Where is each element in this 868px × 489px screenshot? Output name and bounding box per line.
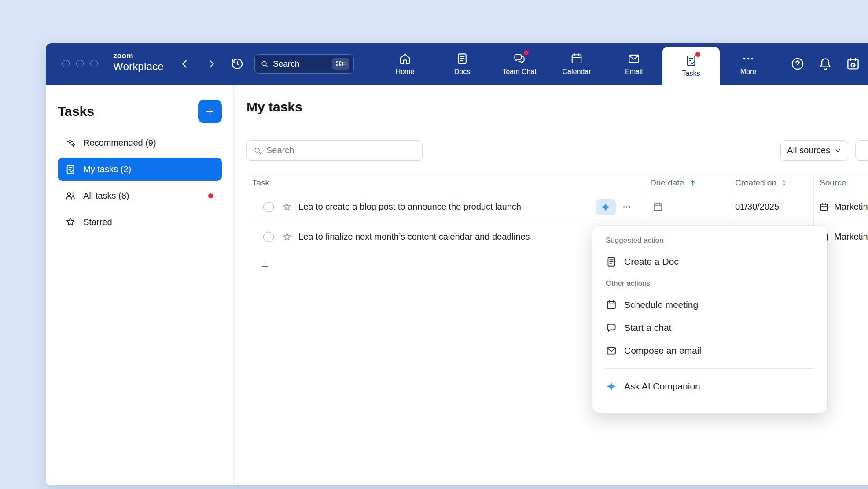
column-header-created-on[interactable]: Created on <box>729 174 813 192</box>
menu-item-label: Start a chat <box>624 322 671 333</box>
chat-bubble-icon <box>606 322 617 333</box>
sidebar-item-label: Recommended (9) <box>83 138 156 148</box>
source-calendar-icon <box>819 202 829 212</box>
created-on-value: 01/30/2025 <box>729 202 779 212</box>
star-icon[interactable] <box>282 202 292 212</box>
nav-home[interactable]: Home <box>376 43 434 85</box>
notifications-bell-icon[interactable] <box>818 56 833 71</box>
task-title[interactable]: Lea to finalize next month’s content cal… <box>298 232 530 242</box>
calendar-icon <box>606 299 617 311</box>
sidebar-item-label: Starred <box>83 217 112 227</box>
sidebar-item-my-tasks[interactable]: My tasks (2) <box>58 158 222 181</box>
sort-ascending-icon[interactable] <box>688 178 697 187</box>
history-back-icon[interactable] <box>179 58 191 70</box>
menu-item-label: Create a Doc <box>624 256 679 267</box>
tasks-notification-dot <box>695 52 700 57</box>
schedule-icon[interactable] <box>846 56 861 71</box>
menu-item-compose-email[interactable]: Compose an email <box>592 339 827 362</box>
global-search[interactable]: Search ⌘F <box>254 54 354 74</box>
menu-item-label: Ask AI Companion <box>624 381 700 392</box>
search-icon <box>260 59 269 68</box>
add-due-date-icon[interactable] <box>652 201 663 212</box>
team-chat-notification-dot <box>524 50 529 55</box>
task-search-input[interactable] <box>266 145 416 156</box>
task-complete-checkbox[interactable] <box>263 232 274 242</box>
doc-icon <box>606 256 617 267</box>
menu-item-label: Schedule meeting <box>624 300 698 310</box>
ai-companion-button[interactable] <box>596 199 616 215</box>
task-title[interactable]: Lea to create a blog post to announce th… <box>298 202 521 212</box>
source-filter-label: All sources <box>787 145 830 156</box>
suggested-actions-menu: Suggested action Create a Doc Other acti… <box>592 226 827 413</box>
column-header-due-date[interactable]: Due date <box>644 174 729 192</box>
plus-icon <box>260 261 270 272</box>
table-header-row: Task Due date Created on Source <box>246 174 868 192</box>
nav-calendar[interactable]: Calendar <box>548 43 605 85</box>
zoom-workplace-logo: zoom Workplace <box>113 52 164 72</box>
window-controls <box>62 60 98 67</box>
due-date-cell <box>644 192 729 222</box>
nav-docs-label: Docs <box>454 68 470 76</box>
created-on-cell: 01/30/2025 <box>729 192 813 222</box>
star-icon[interactable] <box>282 232 292 242</box>
menu-item-schedule-meeting[interactable]: Schedule meeting <box>592 293 827 316</box>
column-header-task[interactable]: Task <box>246 174 644 192</box>
star-icon <box>65 216 76 228</box>
new-task-button[interactable] <box>198 100 222 123</box>
sparkles-icon <box>65 137 76 148</box>
team-chat-icon <box>513 52 526 65</box>
tasks-icon <box>684 54 698 67</box>
source-filter-dropdown[interactable]: All sources <box>780 140 848 161</box>
nav-email-label: Email <box>625 68 643 76</box>
source-value: Marketing <box>834 202 868 212</box>
menu-item-ask-ai-companion[interactable]: Ask AI Companion <box>592 375 827 398</box>
more-icon <box>742 52 755 65</box>
menu-item-start-chat[interactable]: Start a chat <box>592 316 827 339</box>
task-cell: Lea to finalize next month’s content cal… <box>246 222 644 252</box>
clipped-toolbar-button[interactable] <box>855 140 868 161</box>
task-search-field[interactable] <box>246 140 423 161</box>
nav-tasks[interactable]: Tasks <box>662 47 720 85</box>
logo-zoom-text: zoom <box>113 52 164 59</box>
top-navigation: Home Docs Team Chat <box>376 43 777 85</box>
help-icon[interactable] <box>790 56 805 71</box>
sort-toggle-icon[interactable] <box>780 179 788 187</box>
email-icon <box>627 52 640 65</box>
task-complete-checkbox[interactable] <box>263 202 274 212</box>
logo-workplace-text: Workplace <box>113 61 164 72</box>
nav-home-label: Home <box>396 68 415 76</box>
window-zoom-button[interactable] <box>90 60 98 67</box>
history-forward-icon[interactable] <box>205 58 217 70</box>
tasks-toolbar: All sources <box>246 140 868 161</box>
source-cell: Marketing <box>813 192 868 222</box>
tasks-sidebar: Tasks Recommended (9) <box>46 85 234 485</box>
home-icon <box>398 52 412 65</box>
nav-more[interactable]: More <box>720 43 777 85</box>
sidebar-item-recommended[interactable]: Recommended (9) <box>58 131 222 154</box>
sidebar-item-starred[interactable]: Starred <box>58 211 222 233</box>
ai-companion-icon <box>600 201 611 213</box>
table-row[interactable]: Lea to create a blog post to announce th… <box>246 192 868 222</box>
row-more-actions-button[interactable] <box>618 199 635 215</box>
people-icon <box>65 190 76 201</box>
sidebar-item-label: My tasks (2) <box>83 164 131 174</box>
menu-item-create-doc[interactable]: Create a Doc <box>592 250 827 273</box>
menu-section-suggested: Suggested action <box>592 236 827 245</box>
plus-icon <box>204 106 216 117</box>
titlebar: zoom Workplace Search ⌘F <box>46 43 868 85</box>
nav-tasks-label: Tasks <box>682 70 700 78</box>
nav-team-chat[interactable]: Team Chat <box>491 43 548 85</box>
window-close-button[interactable] <box>62 60 70 67</box>
source-value: Marketing <box>834 232 868 242</box>
nav-more-label: More <box>740 68 756 76</box>
email-icon <box>606 345 617 356</box>
menu-divider <box>605 368 815 369</box>
search-icon <box>253 146 262 155</box>
recents-history-icon[interactable] <box>230 57 244 71</box>
column-header-source[interactable]: Source <box>813 174 868 192</box>
nav-docs[interactable]: Docs <box>434 43 491 85</box>
sidebar-item-label: All tasks (8) <box>83 191 129 201</box>
nav-email[interactable]: Email <box>605 43 662 85</box>
window-minimize-button[interactable] <box>76 60 84 67</box>
sidebar-item-all-tasks[interactable]: All tasks (8) <box>58 184 222 207</box>
